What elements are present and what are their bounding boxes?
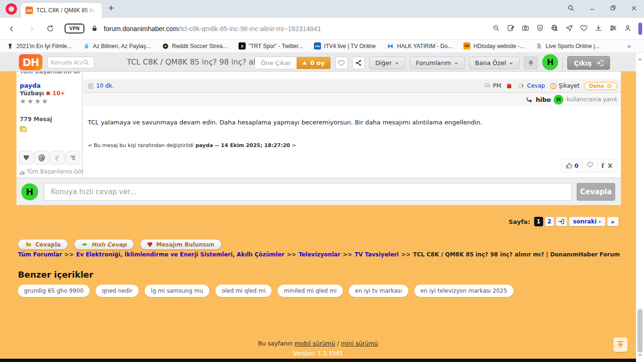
shield-check-icon[interactable]	[536, 24, 544, 34]
bookmark-item[interactable]: 2021'in En İyi Filmle...	[7, 42, 72, 49]
arrow-up-icon	[616, 340, 625, 349]
tag-pill[interactable]: grundig 65 gho 9900	[18, 285, 90, 297]
new-tab-button[interactable]	[107, 4, 115, 14]
bookmark-item[interactable]: Live Sports Online |...	[536, 42, 600, 49]
quick-reply-input[interactable]	[44, 183, 572, 201]
bookmark-item[interactable]: s2w ITV4 live | TV Online	[314, 42, 376, 49]
browser-tab[interactable]: DH TCL C8K / QM8K 85 inç? 9	[21, 3, 102, 18]
replied-user[interactable]: hibo	[536, 96, 551, 103]
zoom-page-icon[interactable]	[492, 24, 500, 34]
facebook-share-button[interactable]: f	[602, 162, 604, 170]
notifications-button[interactable]	[524, 57, 538, 69]
lock-icon[interactable]	[91, 25, 98, 32]
breadcrumb-link[interactable]: Tüm Forumlar	[18, 251, 62, 258]
soccer-ball-icon	[162, 42, 169, 49]
more-button[interactable]: Daha	[584, 82, 617, 90]
minimize-button[interactable]	[589, 5, 595, 13]
scrollbar-down-arrow[interactable]	[637, 351, 643, 359]
breadcrumb-link[interactable]: Ev Elektroniği, İklimlendirme ve Enerji …	[76, 251, 284, 258]
translate-globe-icon[interactable]: A	[551, 24, 559, 34]
url-text[interactable]: forum.donanimhaber.com/tcl-c8k-qm8k-85-i…	[104, 25, 321, 33]
report-button[interactable]: Şikayet	[550, 82, 579, 90]
bookmark-item[interactable]: X "TRT Spor" - Twitter...	[239, 42, 303, 49]
bookmarks-overflow-chevron[interactable]: »	[627, 42, 631, 49]
menu-my-forums[interactable]: Forumlarım	[410, 57, 464, 69]
vote-badge[interactable]: 0 oy	[297, 57, 330, 69]
share-button[interactable]	[352, 57, 365, 69]
tag-pill[interactable]: en iyi televizyon markası 2025	[414, 285, 513, 297]
chevron-down-icon	[454, 61, 459, 66]
back-icon[interactable]	[8, 25, 16, 33]
topic-search-input[interactable]	[48, 59, 83, 66]
feature-vote-control[interactable]: Öne Çıkar 0 oy	[255, 57, 331, 69]
mini-version-link[interactable]: mini sürümü	[341, 340, 378, 347]
tag-pill[interactable]: oled mi qled mi	[215, 285, 272, 297]
tag-pill[interactable]: en iyi tv markası	[349, 285, 408, 297]
vpn-badge[interactable]: VPN	[65, 24, 84, 33]
notes-icon[interactable]	[20, 126, 26, 132]
my-avatar[interactable]: H	[21, 183, 38, 200]
bookmark-heart-icon[interactable]	[580, 24, 588, 34]
divider	[562, 57, 563, 70]
reply-button[interactable]: Cevap	[518, 82, 545, 89]
replied-user-avatar[interactable]: H	[553, 95, 563, 105]
search-icon	[83, 59, 90, 66]
bookmark-item[interactable]: Az Bilinen, Az Paylaş...	[83, 42, 151, 49]
x-share-button[interactable]: X	[608, 162, 612, 169]
scrollbar-thumb[interactable]	[637, 309, 643, 353]
tag-pill[interactable]: miniled mi qled mi	[278, 285, 343, 297]
halk-yatirim-icon	[387, 42, 394, 49]
next-page-button[interactable]: sonraki›	[569, 217, 605, 226]
moon-badge-icon[interactable]	[50, 151, 65, 165]
opera-logo-icon[interactable]	[6, 3, 17, 15]
pm-button[interactable]: PM	[484, 82, 502, 89]
logout-button[interactable]: Çıkış	[567, 56, 610, 70]
page-two-link[interactable]: 2	[545, 217, 554, 226]
breadcrumb-link[interactable]: Televizyonlar	[298, 251, 340, 258]
quotes-badge-icon[interactable]	[66, 151, 80, 165]
tag-pill[interactable]: lg mi samsung mu	[145, 285, 209, 297]
camera-icon[interactable]	[521, 24, 529, 34]
tab-search-icon[interactable]	[567, 4, 575, 14]
author-name-link[interactable]: payda	[20, 82, 80, 89]
menu-personal[interactable]: Bana Özel	[469, 57, 520, 69]
last-page-button[interactable]: »	[607, 217, 619, 226]
scroll-to-top-button[interactable]	[613, 337, 628, 352]
reload-icon[interactable]	[46, 25, 54, 33]
profile-icon[interactable]	[624, 24, 632, 34]
sidebar-indicator[interactable]	[638, 23, 642, 35]
tag-pill[interactable]: qned nedir	[96, 285, 139, 297]
scrollbar-up-arrow[interactable]	[637, 56, 643, 64]
subscribe-pill-button[interactable]: ♥ Mesajım Bulunsun	[140, 239, 222, 250]
mobile-version-link[interactable]: mobil sürümü	[295, 340, 335, 347]
browser-scrollbar[interactable]	[636, 53, 644, 362]
topic-search[interactable]	[47, 57, 94, 68]
page-current[interactable]: 1	[534, 217, 543, 226]
dh-logo[interactable]: DH	[19, 54, 42, 70]
snapshot-edit-icon[interactable]	[507, 24, 515, 34]
download-icon[interactable]	[594, 24, 603, 34]
flow-send-icon[interactable]	[565, 24, 573, 34]
achievements-link[interactable]: Tüm Başarılarını Gör	[20, 168, 84, 175]
post-time[interactable]: 10 dk.	[88, 82, 114, 89]
user-avatar[interactable]: H	[542, 54, 558, 70]
breadcrumb-link[interactable]: TV Tavsiyeleri	[355, 251, 399, 258]
bookmark-item[interactable]: HALK YATIRIM - Do...	[387, 42, 452, 49]
block-hand-icon[interactable]	[506, 82, 513, 90]
reply-pill-button[interactable]: Cevapla	[18, 239, 68, 250]
feature-button[interactable]: Öne Çıkar	[255, 57, 297, 69]
goto-page-button[interactable]	[556, 217, 567, 226]
thumbs-up-button[interactable]: 0	[566, 162, 578, 169]
quick-reply-pill-button[interactable]: Hızlı Cevap	[74, 239, 134, 250]
bookmark-item[interactable]: HD HDtoday website -...	[463, 42, 524, 49]
heart-like-button[interactable]	[586, 161, 594, 170]
bookmark-item[interactable]: Reddit Soccer Strea...	[162, 42, 227, 49]
menu-other[interactable]: Diğer	[369, 57, 405, 69]
settings-sliders-icon[interactable]	[609, 24, 617, 34]
quick-reply-submit-button[interactable]: Cevapla	[577, 183, 615, 201]
heart-badge-icon[interactable]: ♥	[19, 151, 33, 165]
mention-badge-icon[interactable]: @	[34, 151, 49, 165]
close-button[interactable]	[630, 5, 637, 14]
restore-button[interactable]	[610, 5, 616, 13]
favorite-button[interactable]	[335, 57, 348, 69]
